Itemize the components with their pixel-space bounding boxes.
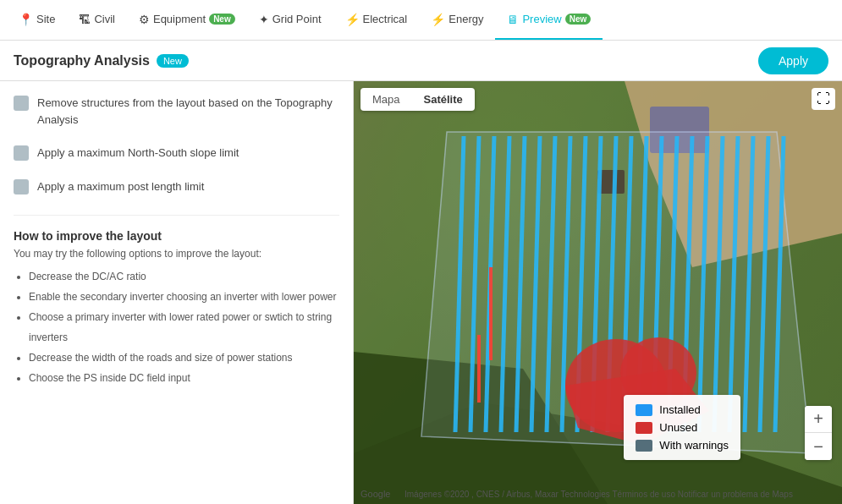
equipment-icon: ⚙ [139, 13, 150, 26]
toggle-row-1: Remove structures from the layout based … [14, 95, 339, 128]
google-label: Google [360, 489, 390, 499]
nav-item-equipment[interactable]: ⚙ Equipment New [127, 0, 247, 40]
improve-title: How to improve the layout [14, 229, 339, 243]
nav-item-energy[interactable]: ⚡ Energy [419, 0, 495, 40]
site-icon: 📍 [19, 13, 33, 26]
nav-label-electrical: Electrical [363, 13, 408, 25]
legend-inst-label: Installed [659, 403, 700, 416]
nav-label-civil: Civil [94, 13, 115, 25]
apply-button[interactable]: Apply [758, 47, 828, 74]
legend-unus-color [636, 422, 652, 434]
nav-item-electrical[interactable]: ⚡ Electrical [333, 0, 420, 40]
improve-item-2: Enable the secondary inverter choosing a… [29, 287, 339, 307]
improve-item-1: Decrease the DC/AC ratio [29, 266, 339, 287]
page-title: Topography Analysis [14, 53, 150, 68]
zoom-in-button[interactable]: + [805, 406, 832, 433]
map-tab-mapa[interactable]: Mapa [360, 88, 412, 111]
toggle-1[interactable] [14, 96, 29, 111]
main-layout: Remove structures from the layout based … [0, 81, 842, 504]
legend-unus-label: Unused [659, 421, 697, 434]
map-fullscreen-button[interactable]: ⛶ [812, 88, 835, 110]
legend-unused-2: Unused [636, 421, 729, 434]
map-svg [354, 81, 842, 504]
nav-label-energy: Energy [449, 13, 483, 25]
improve-intro: You may try the following options to imp… [14, 248, 339, 260]
energy-icon: ⚡ [431, 13, 445, 26]
nav-label-site: Site [36, 13, 55, 25]
zoom-out-button[interactable]: − [805, 433, 832, 460]
toggle-text-1: Remove structures from the layout based … [37, 95, 339, 128]
nav-item-site[interactable]: 📍 Site [7, 0, 67, 40]
map-tab-bar: Mapa Satélite [360, 88, 475, 111]
toggle-row-3: Apply a maximum post length limit [14, 178, 339, 195]
nav-item-civil[interactable]: 🏗 Civil [67, 0, 127, 40]
legend-inst-color [636, 404, 652, 416]
nav-label-gridpoint: Grid Point [272, 13, 322, 25]
top-navigation: 📍 Site 🏗 Civil ⚙ Equipment New ✦ Grid Po… [0, 0, 842, 41]
left-panel: Remove structures from the layout based … [0, 81, 354, 504]
title-new-badge: New [157, 54, 189, 68]
google-watermark: Google [360, 489, 390, 499]
toggle-3[interactable] [14, 179, 29, 194]
preview-badge: New [565, 14, 592, 25]
nav-item-gridpoint[interactable]: ✦ Grid Point [247, 0, 333, 40]
nav-label-preview: Preview [522, 13, 561, 25]
equipment-badge: New [209, 14, 235, 25]
civil-icon: 🏗 [79, 13, 91, 26]
map-tab-satelite[interactable]: Satélite [412, 88, 475, 111]
map-panel: Mapa Satélite ⛶ Installed Unused With wa… [354, 81, 842, 504]
map-legend-positioned: Installed Unused With warnings [624, 395, 740, 460]
toggle-text-2: Apply a maximum North-South slope limit [37, 145, 239, 162]
legend-warn-color [636, 440, 652, 452]
toggle-2[interactable] [14, 145, 29, 161]
improve-item-5: Choose the PS inside DC field input [29, 368, 339, 388]
toggle-text-3: Apply a maximum post length limit [37, 178, 204, 195]
zoom-controls: + − [805, 406, 832, 460]
legend-installed-2: Installed [636, 403, 729, 416]
improve-item-4: Decrease the width of the roads and size… [29, 348, 339, 368]
legend-warn-label: With warnings [659, 439, 729, 452]
gridpoint-icon: ✦ [259, 13, 269, 26]
preview-icon: 🖥 [507, 13, 519, 26]
map-attribution: Imágenes ©2020 , CNES / Airbus, Maxar Te… [404, 490, 793, 499]
legend-warnings-2: With warnings [636, 439, 729, 452]
nav-label-equipment: Equipment [153, 13, 206, 25]
page-title-area: Topography Analysis New [14, 53, 758, 68]
improve-item-3: Choose a primary inverter with lower rat… [29, 307, 339, 348]
improve-section: How to improve the layout You may try th… [14, 215, 339, 388]
sub-header: Topography Analysis New Apply [0, 41, 842, 81]
toggle-row-2: Apply a maximum North-South slope limit [14, 145, 339, 162]
improve-list: Decrease the DC/AC ratio Enable the seco… [14, 266, 339, 388]
nav-item-preview[interactable]: 🖥 Preview New [495, 0, 603, 40]
electrical-icon: ⚡ [345, 13, 360, 26]
